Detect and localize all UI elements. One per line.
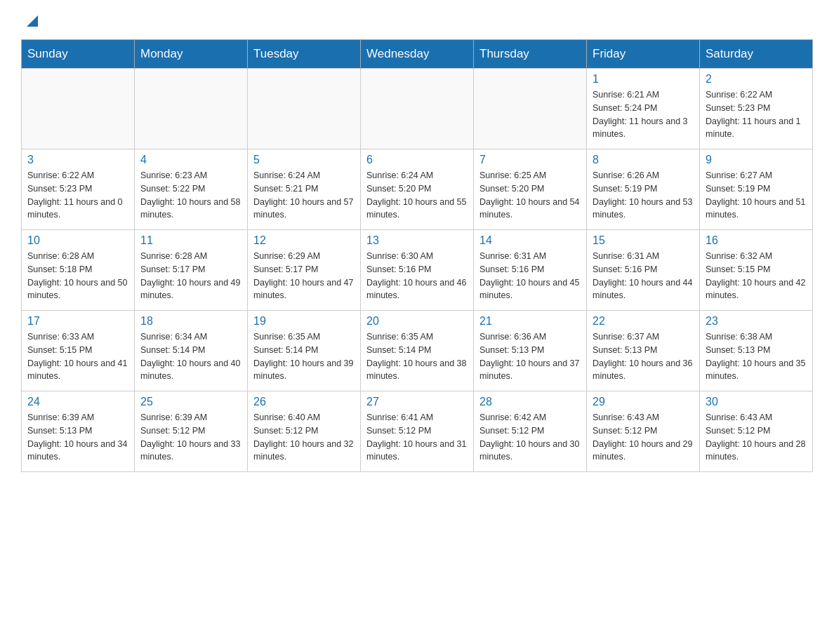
day-info: Sunrise: 6:42 AMSunset: 5:12 PMDaylight:…	[479, 411, 581, 464]
calendar-cell: 18Sunrise: 6:34 AMSunset: 5:14 PMDayligh…	[135, 311, 248, 391]
calendar-cell: 3Sunrise: 6:22 AMSunset: 5:23 PMDaylight…	[22, 149, 135, 230]
logo	[21, 14, 42, 25]
day-number: 27	[366, 396, 468, 408]
calendar-cell	[361, 69, 474, 149]
calendar-cell: 13Sunrise: 6:30 AMSunset: 5:16 PMDayligh…	[361, 230, 474, 311]
day-number: 3	[27, 154, 128, 166]
day-number: 9	[706, 154, 807, 166]
day-number: 28	[479, 396, 581, 408]
day-number: 7	[479, 154, 581, 166]
calendar-cell: 29Sunrise: 6:43 AMSunset: 5:12 PMDayligh…	[587, 391, 700, 472]
weekday-header-friday: Friday	[587, 40, 700, 69]
day-number: 11	[140, 234, 241, 247]
day-info: Sunrise: 6:22 AMSunset: 5:23 PMDaylight:…	[27, 169, 128, 222]
calendar-cell: 7Sunrise: 6:25 AMSunset: 5:20 PMDaylight…	[474, 149, 587, 230]
weekday-header-thursday: Thursday	[474, 40, 587, 69]
day-number: 16	[706, 234, 807, 247]
calendar-cell: 21Sunrise: 6:36 AMSunset: 5:13 PMDayligh…	[474, 311, 587, 391]
calendar-cell: 5Sunrise: 6:24 AMSunset: 5:21 PMDaylight…	[248, 149, 361, 230]
day-info: Sunrise: 6:43 AMSunset: 5:12 PMDaylight:…	[706, 411, 807, 464]
day-number: 14	[479, 234, 581, 247]
week-row-4: 17Sunrise: 6:33 AMSunset: 5:15 PMDayligh…	[22, 311, 813, 391]
day-number: 21	[479, 315, 581, 328]
calendar-cell: 14Sunrise: 6:31 AMSunset: 5:16 PMDayligh…	[474, 230, 587, 311]
calendar-cell: 28Sunrise: 6:42 AMSunset: 5:12 PMDayligh…	[474, 391, 587, 472]
day-number: 30	[706, 396, 807, 408]
day-info: Sunrise: 6:22 AMSunset: 5:23 PMDaylight:…	[706, 88, 807, 141]
day-info: Sunrise: 6:28 AMSunset: 5:17 PMDaylight:…	[140, 250, 241, 302]
calendar-table: SundayMondayTuesdayWednesdayThursdayFrid…	[21, 39, 813, 472]
day-info: Sunrise: 6:28 AMSunset: 5:18 PMDaylight:…	[27, 250, 128, 302]
day-number: 24	[27, 396, 128, 408]
calendar-cell	[135, 69, 248, 149]
calendar-cell: 2Sunrise: 6:22 AMSunset: 5:23 PMDaylight…	[700, 69, 813, 149]
day-info: Sunrise: 6:43 AMSunset: 5:12 PMDaylight:…	[593, 411, 694, 464]
calendar-cell: 11Sunrise: 6:28 AMSunset: 5:17 PMDayligh…	[135, 230, 248, 311]
week-row-2: 3Sunrise: 6:22 AMSunset: 5:23 PMDaylight…	[22, 149, 813, 230]
day-info: Sunrise: 6:25 AMSunset: 5:20 PMDaylight:…	[479, 169, 581, 222]
day-number: 5	[253, 154, 355, 166]
calendar-cell: 20Sunrise: 6:35 AMSunset: 5:14 PMDayligh…	[361, 311, 474, 391]
weekday-header-row: SundayMondayTuesdayWednesdayThursdayFrid…	[22, 40, 813, 69]
day-info: Sunrise: 6:41 AMSunset: 5:12 PMDaylight:…	[366, 411, 468, 464]
day-info: Sunrise: 6:30 AMSunset: 5:16 PMDaylight:…	[366, 250, 468, 302]
day-number: 15	[593, 234, 694, 247]
day-number: 1	[593, 73, 694, 86]
calendar-cell: 17Sunrise: 6:33 AMSunset: 5:15 PMDayligh…	[22, 311, 135, 391]
day-number: 8	[593, 154, 694, 166]
day-number: 4	[140, 154, 241, 166]
day-info: Sunrise: 6:29 AMSunset: 5:17 PMDaylight:…	[253, 250, 355, 302]
day-info: Sunrise: 6:33 AMSunset: 5:15 PMDaylight:…	[27, 330, 128, 383]
calendar-cell: 9Sunrise: 6:27 AMSunset: 5:19 PMDaylight…	[700, 149, 813, 230]
calendar-cell	[474, 69, 587, 149]
day-info: Sunrise: 6:40 AMSunset: 5:12 PMDaylight:…	[253, 411, 355, 464]
weekday-header-monday: Monday	[135, 40, 248, 69]
calendar-cell: 15Sunrise: 6:31 AMSunset: 5:16 PMDayligh…	[587, 230, 700, 311]
day-number: 2	[706, 73, 807, 86]
day-info: Sunrise: 6:31 AMSunset: 5:16 PMDaylight:…	[593, 250, 694, 302]
day-info: Sunrise: 6:26 AMSunset: 5:19 PMDaylight:…	[593, 169, 694, 222]
day-info: Sunrise: 6:39 AMSunset: 5:12 PMDaylight:…	[140, 411, 241, 464]
day-info: Sunrise: 6:32 AMSunset: 5:15 PMDaylight:…	[706, 250, 807, 302]
calendar-cell: 16Sunrise: 6:32 AMSunset: 5:15 PMDayligh…	[700, 230, 813, 311]
weekday-header-sunday: Sunday	[22, 40, 135, 69]
day-number: 20	[366, 315, 468, 328]
calendar-cell: 27Sunrise: 6:41 AMSunset: 5:12 PMDayligh…	[361, 391, 474, 472]
calendar-cell: 23Sunrise: 6:38 AMSunset: 5:13 PMDayligh…	[700, 311, 813, 391]
day-info: Sunrise: 6:38 AMSunset: 5:13 PMDaylight:…	[706, 330, 807, 383]
day-info: Sunrise: 6:36 AMSunset: 5:13 PMDaylight:…	[479, 330, 581, 383]
day-number: 13	[366, 234, 468, 247]
day-info: Sunrise: 6:24 AMSunset: 5:21 PMDaylight:…	[253, 169, 355, 222]
weekday-header-wednesday: Wednesday	[361, 40, 474, 69]
weekday-header-tuesday: Tuesday	[248, 40, 361, 69]
day-number: 6	[366, 154, 468, 166]
day-info: Sunrise: 6:31 AMSunset: 5:16 PMDaylight:…	[479, 250, 581, 302]
day-number: 19	[253, 315, 355, 328]
calendar-cell: 24Sunrise: 6:39 AMSunset: 5:13 PMDayligh…	[22, 391, 135, 472]
day-info: Sunrise: 6:27 AMSunset: 5:19 PMDaylight:…	[706, 169, 807, 222]
calendar-cell: 30Sunrise: 6:43 AMSunset: 5:12 PMDayligh…	[700, 391, 813, 472]
day-info: Sunrise: 6:35 AMSunset: 5:14 PMDaylight:…	[366, 330, 468, 383]
calendar-cell: 1Sunrise: 6:21 AMSunset: 5:24 PMDaylight…	[587, 69, 700, 149]
day-number: 12	[253, 234, 355, 247]
day-number: 10	[27, 234, 128, 247]
day-number: 29	[593, 396, 694, 408]
day-number: 23	[706, 315, 807, 328]
week-row-5: 24Sunrise: 6:39 AMSunset: 5:13 PMDayligh…	[22, 391, 813, 472]
page-header	[21, 14, 813, 25]
svg-marker-0	[27, 15, 38, 27]
day-info: Sunrise: 6:34 AMSunset: 5:14 PMDaylight:…	[140, 330, 241, 383]
calendar-cell: 26Sunrise: 6:40 AMSunset: 5:12 PMDayligh…	[248, 391, 361, 472]
calendar-cell: 12Sunrise: 6:29 AMSunset: 5:17 PMDayligh…	[248, 230, 361, 311]
calendar-cell: 10Sunrise: 6:28 AMSunset: 5:18 PMDayligh…	[22, 230, 135, 311]
week-row-3: 10Sunrise: 6:28 AMSunset: 5:18 PMDayligh…	[22, 230, 813, 311]
calendar-cell: 22Sunrise: 6:37 AMSunset: 5:13 PMDayligh…	[587, 311, 700, 391]
day-info: Sunrise: 6:21 AMSunset: 5:24 PMDaylight:…	[593, 88, 694, 141]
calendar-cell	[22, 69, 135, 149]
calendar-cell: 6Sunrise: 6:24 AMSunset: 5:20 PMDaylight…	[361, 149, 474, 230]
day-number: 18	[140, 315, 241, 328]
calendar-cell: 4Sunrise: 6:23 AMSunset: 5:22 PMDaylight…	[135, 149, 248, 230]
day-info: Sunrise: 6:37 AMSunset: 5:13 PMDaylight:…	[593, 330, 694, 383]
day-info: Sunrise: 6:35 AMSunset: 5:14 PMDaylight:…	[253, 330, 355, 383]
logo-triangle-icon	[22, 11, 42, 31]
